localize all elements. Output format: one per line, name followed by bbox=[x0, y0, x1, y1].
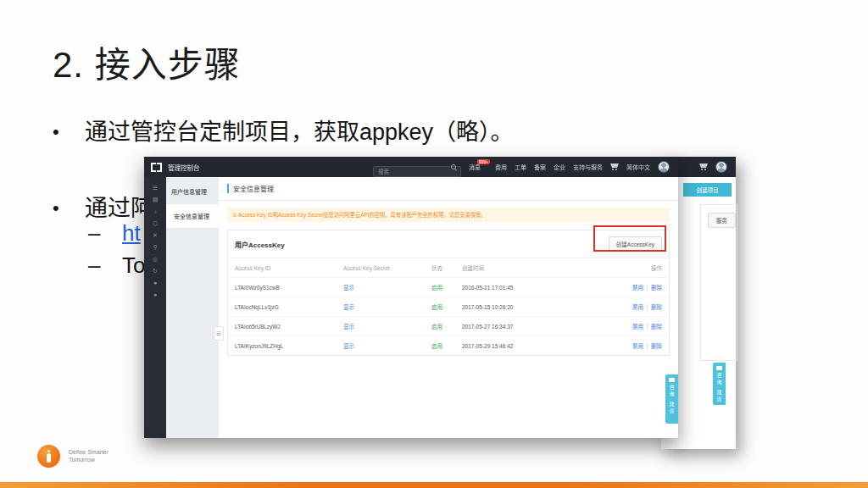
accesskey-id: LTAIob5rU8LzyWJ bbox=[235, 324, 343, 330]
brand-logo-icon bbox=[37, 445, 60, 468]
nav-tickets[interactable]: 工单 bbox=[515, 163, 526, 171]
rail-globe-icon[interactable]: ♁ bbox=[153, 208, 157, 214]
feedback-tab[interactable]: 咨询·建议 bbox=[713, 363, 726, 405]
rail-close-icon[interactable]: ✕ bbox=[153, 232, 158, 238]
col-created: 创建时间 bbox=[462, 263, 613, 272]
dash-marker: – bbox=[88, 252, 122, 279]
slide: 2. 接入步骤 •通过管控台定制项目，获取appkey（略）。 •通过阿 –ht… bbox=[0, 0, 868, 488]
status-badge: 启用 bbox=[431, 322, 462, 330]
show-secret-link[interactable]: 显示 bbox=[343, 283, 431, 291]
bullet-2: •通过阿 bbox=[53, 190, 153, 223]
accesskey-id: LTAIKyzonJ9LZHgL bbox=[235, 343, 343, 349]
delete-link[interactable]: 删除 bbox=[647, 304, 662, 310]
rail-refresh-icon[interactable]: ↻ bbox=[153, 268, 158, 274]
create-accesskey-button[interactable]: 创建AccessKey bbox=[609, 236, 662, 252]
table-row: LTAIob5rU8LzyWJ 显示 启用 2017-05-27 16:34:3… bbox=[228, 316, 669, 336]
side-nav: 用户信息管理 安全信息管理 bbox=[166, 177, 219, 438]
show-secret-link[interactable]: 显示 bbox=[343, 302, 431, 311]
cart-icon[interactable] bbox=[610, 164, 619, 170]
col-status: 状态 bbox=[431, 263, 462, 272]
rail-hex-icon[interactable]: ⬡ bbox=[153, 220, 158, 226]
bullet-1-text: 通过管控台定制项目，获取appkey（略）。 bbox=[85, 119, 514, 145]
accesskey-id: LTAI0Wz0yS1cwB bbox=[235, 285, 343, 291]
rail-products-icon[interactable]: ▤ bbox=[153, 197, 159, 202]
cart-icon[interactable] bbox=[699, 164, 708, 170]
disable-link[interactable]: 禁用 bbox=[632, 343, 643, 349]
slide-title: 2. 接入步骤 bbox=[53, 36, 241, 87]
service-button[interactable]: 服务 bbox=[708, 213, 736, 228]
table-row: LTAI0Wz0yS1cwB 显示 启用 2016-05-21 17:01:45… bbox=[228, 277, 669, 297]
status-badge: 启用 bbox=[431, 302, 462, 311]
show-secret-link[interactable]: 显示 bbox=[343, 341, 431, 350]
security-warning-banner: ① Access Key ID和Access Key Secret是您访问阿里云… bbox=[227, 208, 670, 222]
create-project-button[interactable]: 创建项目 bbox=[683, 183, 732, 197]
sub-bullet-text: –To bbox=[88, 252, 145, 279]
sidenav-item-account-info[interactable]: 用户信息管理 bbox=[166, 177, 219, 204]
nav-messages[interactable]: 消息 999+ bbox=[469, 163, 481, 171]
created-time: 2017-05-15 10:26:20 bbox=[462, 304, 613, 310]
divider bbox=[219, 200, 678, 201]
avatar[interactable] bbox=[658, 161, 670, 173]
disable-link[interactable]: 禁用 bbox=[632, 304, 643, 310]
console-title: 管理控制台 bbox=[168, 163, 200, 172]
hyperlink[interactable]: ht bbox=[122, 220, 141, 246]
feedback-icon bbox=[669, 378, 675, 382]
nav-support[interactable]: 支持与服务 bbox=[573, 163, 603, 171]
sidenav-item-security-info[interactable]: 安全信息管理 bbox=[166, 204, 219, 228]
col-actions: 操作 bbox=[613, 263, 662, 272]
created-time: 2017-05-29 15:46:42 bbox=[462, 343, 613, 349]
feedback-icon bbox=[716, 366, 722, 370]
feedback-tab[interactable]: 咨询·建议 bbox=[665, 374, 678, 424]
brand-tagline-line1: Define Smarter bbox=[69, 449, 108, 455]
sub-text: To bbox=[122, 252, 145, 278]
accesskey-table: Access Key ID Access Key Secret 状态 创建时间 … bbox=[228, 258, 669, 355]
sub-bullet-link: –ht bbox=[88, 220, 141, 247]
message-count-badge: 999+ bbox=[477, 159, 490, 164]
bullet-2-text: 通过阿 bbox=[85, 196, 153, 221]
console-screenshot: 管理控制台 消息 999+ 费用 工单 备案 企业 支持与服务 简体中文 bbox=[144, 157, 678, 438]
panel-header: 用户AccessKey 创建AccessKey bbox=[228, 230, 669, 258]
bullet-1: •通过管控台定制项目，获取appkey（略）。 bbox=[53, 114, 514, 147]
rail-dot-icon[interactable]: ● bbox=[153, 291, 157, 297]
status-badge: 启用 bbox=[431, 283, 462, 291]
page-title: 安全信息管理 bbox=[227, 184, 670, 193]
rail-tool-icon[interactable]: ⚲ bbox=[153, 244, 157, 250]
nav-enterprise[interactable]: 企业 bbox=[554, 163, 565, 171]
rail-menu-icon[interactable]: ☰ bbox=[153, 185, 158, 191]
rail-target-icon[interactable]: ◎ bbox=[153, 256, 158, 262]
delete-link[interactable]: 删除 bbox=[647, 343, 662, 349]
disable-link[interactable]: 禁用 bbox=[632, 324, 643, 330]
created-time: 2016-05-21 17:01:45 bbox=[462, 285, 613, 291]
status-badge: 启用 bbox=[431, 341, 462, 350]
table-header-row: Access Key ID Access Key Secret 状态 创建时间 … bbox=[228, 258, 669, 277]
console-logo-icon[interactable] bbox=[151, 163, 162, 172]
sidebar-collapse-handle[interactable]: ☰ bbox=[214, 326, 224, 341]
accesskey-id: LTAIocNqLLv1jzG bbox=[235, 304, 343, 310]
disable-link[interactable]: 禁用 bbox=[632, 285, 643, 291]
rail-dot-icon[interactable]: ● bbox=[153, 280, 157, 286]
accesskey-panel: 用户AccessKey 创建AccessKey Access Key ID Ac… bbox=[227, 230, 670, 356]
show-secret-link[interactable]: 显示 bbox=[343, 322, 431, 330]
avatar[interactable] bbox=[715, 161, 727, 173]
dash-marker: – bbox=[88, 220, 122, 247]
col-accesskey-secret: Access Key Secret bbox=[343, 265, 431, 271]
nav-billing[interactable]: 费用 bbox=[495, 163, 507, 171]
nav-language[interactable]: 简体中文 bbox=[626, 163, 650, 171]
search-box bbox=[373, 162, 461, 173]
search-input[interactable] bbox=[373, 166, 461, 177]
bottom-accent-bar bbox=[0, 482, 868, 488]
footer-logo: Define Smarter Tomorrow bbox=[37, 445, 108, 468]
nav-icp[interactable]: 备案 bbox=[534, 163, 546, 171]
delete-link[interactable]: 删除 bbox=[647, 285, 662, 291]
back-panel: 服务 bbox=[700, 204, 737, 361]
panel-title: 用户AccessKey bbox=[235, 240, 285, 249]
icon-rail: ☰ ▤ ♁ ⬡ ✕ ⚲ ◎ ↻ ● ● bbox=[144, 177, 166, 438]
search-icon[interactable] bbox=[451, 164, 458, 171]
brand-tagline-line2: Tomorrow bbox=[69, 457, 95, 463]
delete-link[interactable]: 删除 bbox=[647, 324, 662, 330]
bullet-marker: • bbox=[53, 197, 85, 219]
console-topbar: 管理控制台 消息 999+ 费用 工单 备案 企业 支持与服务 简体中文 bbox=[144, 157, 678, 177]
created-time: 2017-05-27 16:34:37 bbox=[462, 324, 613, 330]
col-accesskey-id: Access Key ID bbox=[235, 265, 343, 271]
table-row: LTAIocNqLLv1jzG 显示 启用 2017-05-15 10:26:2… bbox=[228, 297, 669, 316]
